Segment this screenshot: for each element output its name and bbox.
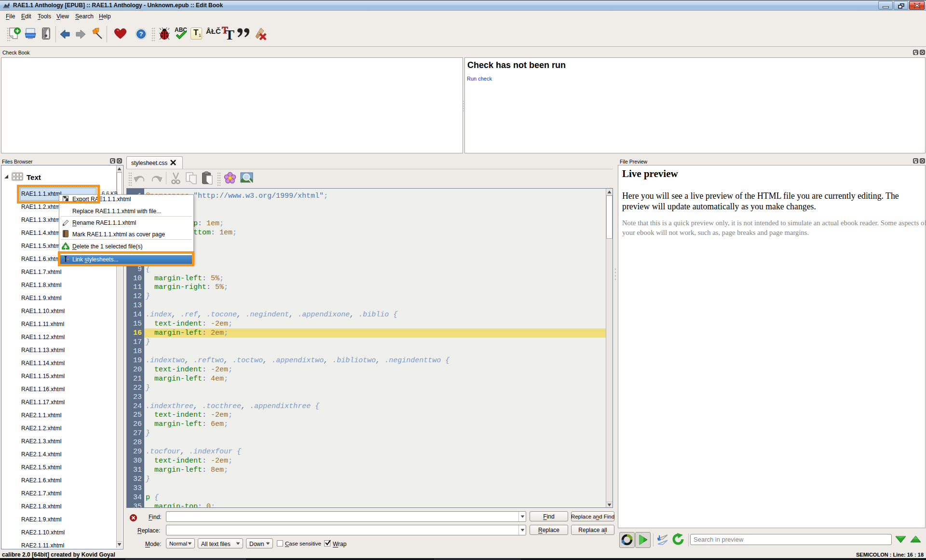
svg-text:?: ?	[139, 30, 143, 38]
svg-text:T: T	[225, 27, 234, 41]
